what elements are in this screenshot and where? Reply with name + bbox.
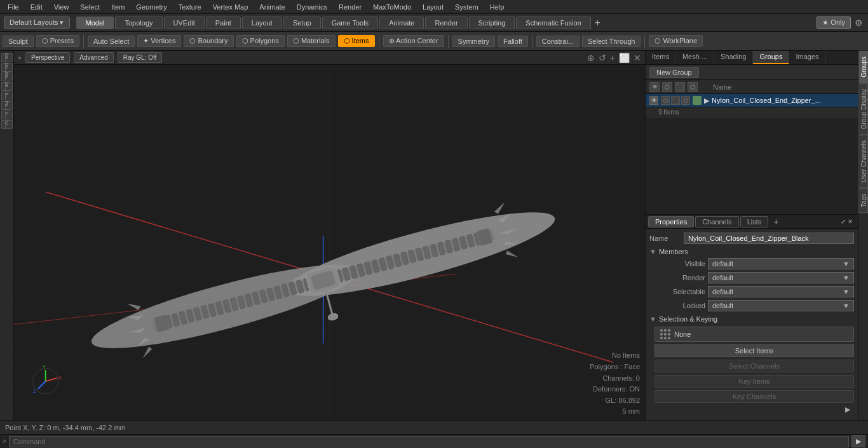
sel-keying-header[interactable]: ▼ Selection & Keying <box>649 315 854 323</box>
menu-help[interactable]: Help <box>485 2 510 12</box>
layout-tab-model[interactable]: Model <box>76 17 114 29</box>
add-layout-icon[interactable]: + <box>595 17 600 29</box>
key-items-button[interactable]: Key Items <box>654 375 854 388</box>
menu-file[interactable]: File <box>3 2 24 12</box>
sidebar-btn-1[interactable]: Du... <box>1 63 13 72</box>
group-ctrl-icon[interactable]: ⬡ <box>688 82 698 92</box>
menu-maxtomodo[interactable]: MaxToModo <box>368 2 416 12</box>
props-tab-lists[interactable]: Lists <box>740 216 769 227</box>
auto-select-button[interactable]: Auto Select <box>88 36 135 47</box>
expand-right-arrow[interactable]: ▶ <box>845 405 850 413</box>
ray-gl-button[interactable]: Ray GL: Off <box>118 52 163 63</box>
group-ctrl-3[interactable]: ⬡ <box>681 96 690 105</box>
menu-layout[interactable]: Layout <box>417 2 449 12</box>
layout-tab-layout[interactable]: Layout <box>242 17 282 29</box>
tab-shading[interactable]: Shading <box>714 51 753 64</box>
group-lock-icon[interactable]: ⬛ <box>675 82 685 92</box>
layout-tab-topology[interactable]: Topology <box>115 17 162 29</box>
selectable-dropdown[interactable]: default ▼ <box>708 286 854 297</box>
only-badge[interactable]: ★ Only <box>817 17 851 29</box>
sidebar-btn-7[interactable]: U... <box>1 120 13 129</box>
props-tab-properties[interactable]: Properties <box>648 216 694 227</box>
items-button[interactable]: ⬡ Items <box>338 35 375 47</box>
viewport-icon-2[interactable]: ↺ <box>599 53 606 63</box>
layout-tab-paint[interactable]: Paint <box>206 17 241 29</box>
locked-dropdown[interactable]: default ▼ <box>708 300 854 311</box>
group-eye-icon[interactable]: 👁 <box>649 82 660 92</box>
menu-view[interactable]: View <box>49 2 74 12</box>
sidebar-btn-6[interactable]: C... <box>1 111 13 119</box>
menu-select[interactable]: Select <box>75 2 105 12</box>
vertices-button[interactable]: ✦ Vertices <box>137 35 181 47</box>
action-center-button[interactable]: ⊕ Action Center <box>383 35 444 47</box>
name-input[interactable] <box>684 233 854 244</box>
group-expand-arrow[interactable]: ▶ <box>704 97 709 105</box>
group-ctrl-1[interactable]: ⬡ <box>661 96 670 105</box>
viewport-icon-3[interactable]: ⬜ <box>619 53 630 63</box>
vtab-user-channels[interactable]: User Channels <box>858 135 868 188</box>
menu-item[interactable]: Item <box>106 2 130 12</box>
boundary-button[interactable]: ⬡ Boundary <box>184 35 233 47</box>
vtab-groups[interactable]: Groups <box>858 51 868 83</box>
workplane-button[interactable]: ⬡ WorkPlane <box>649 35 703 47</box>
props-tab-channels[interactable]: Channels <box>695 216 738 227</box>
sidebar-btn-0[interactable]: De... <box>1 53 13 62</box>
render-dropdown[interactable]: default ▼ <box>708 272 854 283</box>
group-list-item[interactable]: 👁 ⬡ ⬛ ⬡ ▶ Nylon_Coil_Closed_End_Zipper_.… <box>646 94 858 107</box>
layout-tab-schematic[interactable]: Schematic Fusion <box>516 17 590 29</box>
vtab-tags[interactable]: Tags <box>858 188 868 213</box>
menu-animate[interactable]: Animate <box>254 2 290 12</box>
viewport-icon-1[interactable]: ⊕ <box>587 53 595 63</box>
layout-tab-scripting[interactable]: Scripting <box>469 17 515 29</box>
menu-geometry[interactable]: Geometry <box>131 2 172 12</box>
perspective-button[interactable]: Perspective <box>25 52 70 63</box>
group-ctrl-2[interactable]: ⬛ <box>671 96 680 105</box>
sidebar-btn-5[interactable]: Po... <box>1 101 13 110</box>
menu-edit[interactable]: Edit <box>25 2 48 12</box>
constraints-button[interactable]: Constrai... <box>536 36 580 47</box>
menu-dynamics[interactable]: Dynamics <box>292 2 332 12</box>
command-execute-button[interactable]: ▶ <box>851 435 865 447</box>
viewport-canvas[interactable]: X Y Z No Items Polygons : Face Channels:… <box>14 65 645 420</box>
viewport-zoom-in[interactable]: + <box>610 53 615 63</box>
select-items-button[interactable]: Select Items <box>654 344 854 357</box>
layout-tab-setup[interactable]: Setup <box>283 17 321 29</box>
tab-items[interactable]: Items <box>646 51 676 64</box>
menu-system[interactable]: System <box>450 2 484 12</box>
tab-images[interactable]: Images <box>789 51 825 64</box>
advanced-button[interactable]: Advanced <box>74 52 113 63</box>
sidebar-btn-2[interactable]: Me... <box>1 72 13 81</box>
viewport-icon-4[interactable]: ✕ <box>634 53 641 63</box>
select-channels-button[interactable]: Select Channels <box>654 360 854 372</box>
tab-groups[interactable]: Groups <box>753 51 789 64</box>
layout-tab-uvedit[interactable]: UVEdit <box>164 17 205 29</box>
none-item[interactable]: None <box>654 327 854 342</box>
group-render-icon[interactable]: ⬡ <box>662 82 672 92</box>
command-input[interactable] <box>9 436 849 447</box>
layout-tab-animate[interactable]: Animate <box>379 17 424 29</box>
props-fullscreen-icon[interactable]: ⤢ ✕ <box>838 217 855 226</box>
polygons-button[interactable]: ⬡ Polygons <box>236 35 285 47</box>
members-header[interactable]: ▼ Members <box>649 248 854 255</box>
tab-mesh[interactable]: Mesh ... <box>676 51 714 64</box>
vtab-group-display[interactable]: Group Display <box>858 83 868 135</box>
falloff-button[interactable]: Falloff <box>498 36 528 47</box>
layout-tab-render[interactable]: Render <box>425 17 467 29</box>
sculpt-button[interactable]: Sculpt <box>3 36 34 47</box>
layout-dropdown[interactable]: Default Layouts ▾ <box>4 17 70 29</box>
sidebar-btn-4[interactable]: E... <box>1 92 13 100</box>
menu-texture[interactable]: Texture <box>173 2 207 12</box>
visible-dropdown[interactable]: default ▼ <box>708 258 854 269</box>
layout-tab-gametools[interactable]: Game Tools <box>322 17 379 29</box>
new-group-button[interactable]: New Group <box>649 67 699 78</box>
materials-button[interactable]: ⬡ Materials <box>287 35 336 47</box>
key-channels-button[interactable]: Key Channels <box>654 390 854 403</box>
viewport[interactable]: ● Perspective Advanced Ray GL: Off ⊕ ↺ +… <box>14 51 645 420</box>
props-tab-add[interactable]: + <box>770 215 782 228</box>
groups-area[interactable] <box>646 118 858 214</box>
menu-render[interactable]: Render <box>334 2 367 12</box>
presets-button[interactable]: ⬡ Presets <box>36 35 79 47</box>
menu-vertex-map[interactable]: Vertex Map <box>208 2 254 12</box>
select-through-button[interactable]: Select Through <box>582 36 641 47</box>
symmetry-button[interactable]: Symmetry <box>452 36 496 47</box>
